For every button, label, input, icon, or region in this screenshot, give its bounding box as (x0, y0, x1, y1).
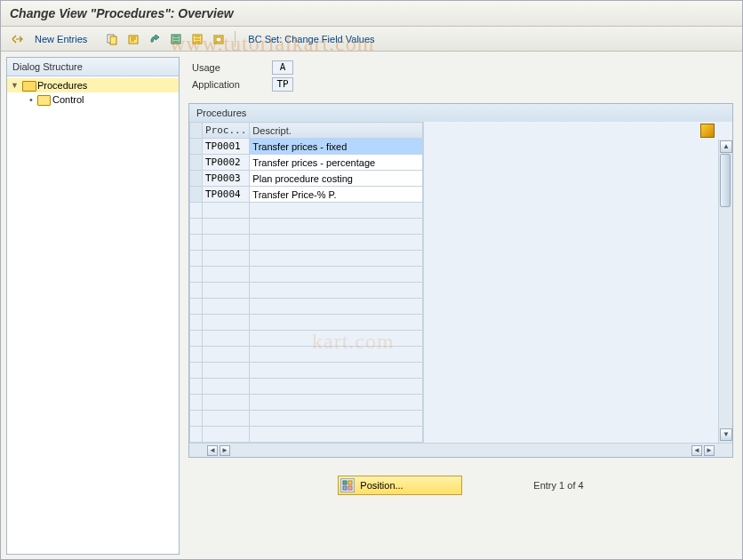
table-row[interactable]: TP0003 Plan procedure costing (190, 171, 423, 187)
table-config-icon[interactable] (700, 124, 715, 138)
cell-proc[interactable]: TP0004 (203, 187, 250, 203)
table-row-empty[interactable] (190, 283, 423, 299)
position-icon (340, 478, 355, 492)
table-row-empty[interactable] (190, 203, 423, 219)
svg-rect-6 (216, 37, 221, 42)
hscroll-right2-icon[interactable]: ► (704, 445, 715, 456)
table-row[interactable]: TP0001 Transfer prices - fixed (190, 139, 423, 155)
row-selector[interactable] (190, 171, 203, 187)
svg-rect-9 (343, 486, 347, 490)
cell-desc[interactable]: Plan procedure costing (250, 171, 423, 187)
tree-label: Control (52, 94, 84, 105)
cell-proc[interactable]: TP0001 (203, 139, 250, 155)
main-area: Dialog Structure ▼ Procedures • Control … (1, 52, 742, 560)
toolbar: New Entries BC Set: Change Field Values (1, 27, 742, 52)
undo-icon[interactable] (124, 30, 142, 48)
table-row-empty[interactable] (190, 299, 423, 315)
delimit-icon[interactable] (146, 30, 164, 48)
table-row[interactable]: TP0004 Transfer Price-% P. (190, 187, 423, 203)
table-row-empty[interactable] (190, 411, 423, 427)
print-icon[interactable] (210, 30, 228, 48)
table-row-empty[interactable] (190, 315, 423, 331)
row-selector[interactable] (190, 187, 203, 203)
folder-open-icon (22, 80, 35, 91)
table-row-empty[interactable] (190, 379, 423, 395)
copy-icon[interactable] (103, 30, 121, 48)
application-field[interactable]: TP (272, 77, 293, 92)
table-row-empty[interactable] (190, 267, 423, 283)
col-proc-header[interactable]: Proc... (203, 123, 250, 139)
form-area: Usage A Application TP (185, 57, 737, 103)
row-header-col (190, 123, 203, 139)
tree-bullet-icon: • (28, 94, 35, 105)
toolbar-separator (235, 31, 236, 47)
table-row[interactable]: TP0002 Transfer prices - percentage (190, 155, 423, 171)
tree-expand-icon[interactable]: ▼ (11, 81, 20, 90)
table-row-empty[interactable] (190, 347, 423, 363)
hscroll-left-icon[interactable]: ◄ (207, 445, 218, 456)
usage-label: Usage (192, 62, 272, 73)
procedures-table: Proc... Descript. TP0001 Transfer prices… (189, 122, 423, 443)
select-all-icon[interactable] (167, 30, 185, 48)
table-row-empty[interactable] (190, 395, 423, 411)
cell-proc[interactable]: TP0003 (203, 171, 250, 187)
svg-rect-8 (348, 481, 352, 484)
title-bar: Change View "Procedures": Overview (1, 1, 742, 27)
content-panel: Usage A Application TP Procedures Proc..… (185, 57, 737, 555)
table-row-empty[interactable] (190, 427, 423, 443)
table-row-empty[interactable] (190, 251, 423, 267)
footer: Position... Entry 1 of 4 (185, 458, 737, 504)
tree-item-control[interactable]: • Control (7, 92, 179, 107)
position-button[interactable]: Position... (338, 476, 462, 495)
svg-rect-10 (348, 486, 352, 490)
col-desc-header[interactable]: Descript. (250, 123, 423, 139)
entry-counter: Entry 1 of 4 (533, 480, 583, 491)
scroll-down-icon[interactable]: ▼ (720, 428, 732, 441)
usage-field[interactable]: A (272, 60, 293, 75)
table-row-empty[interactable] (190, 363, 423, 379)
tree-header: Dialog Structure (7, 58, 179, 76)
table-empty-area: ▲ ▼ (423, 122, 732, 443)
table-row-empty[interactable] (190, 235, 423, 251)
table-row-empty[interactable] (190, 219, 423, 235)
cell-desc[interactable]: Transfer Price-% P. (250, 187, 423, 203)
page-title: Change View "Procedures": Overview (10, 6, 733, 20)
toggle-icon[interactable] (8, 30, 26, 48)
svg-rect-1 (110, 36, 116, 44)
procedures-table-container: Procedures Proc... Descript. TP0001 Tran… (188, 103, 733, 458)
cell-desc[interactable]: Transfer prices - percentage (250, 155, 423, 171)
application-label: Application (192, 79, 272, 90)
scroll-thumb[interactable] (720, 154, 731, 207)
tree-item-procedures[interactable]: ▼ Procedures (7, 78, 179, 92)
vertical-scrollbar[interactable]: ▲ ▼ (718, 140, 732, 443)
hscroll-left2-icon[interactable]: ◄ (691, 445, 702, 456)
deselect-all-icon[interactable] (188, 30, 206, 48)
svg-rect-7 (343, 481, 347, 484)
dialog-structure-panel: Dialog Structure ▼ Procedures • Control (6, 57, 180, 555)
position-label: Position... (360, 480, 403, 491)
new-entries-button[interactable]: New Entries (29, 32, 92, 46)
row-selector[interactable] (190, 155, 203, 171)
row-selector[interactable] (190, 139, 203, 155)
scroll-up-icon[interactable]: ▲ (720, 140, 732, 153)
cell-proc[interactable]: TP0002 (203, 155, 250, 171)
table-title: Procedures (189, 104, 732, 122)
table-row-empty[interactable] (190, 331, 423, 347)
cell-desc[interactable]: Transfer prices - fixed (250, 139, 423, 155)
bc-set-button[interactable]: BC Set: Change Field Values (248, 34, 374, 44)
tree-label: Procedures (37, 80, 87, 91)
tree-body: ▼ Procedures • Control (7, 76, 179, 554)
hscroll-right-icon[interactable]: ► (220, 445, 230, 456)
horizontal-scrollbar: ◄ ► ◄ ► (189, 443, 732, 457)
folder-closed-icon (37, 94, 50, 105)
